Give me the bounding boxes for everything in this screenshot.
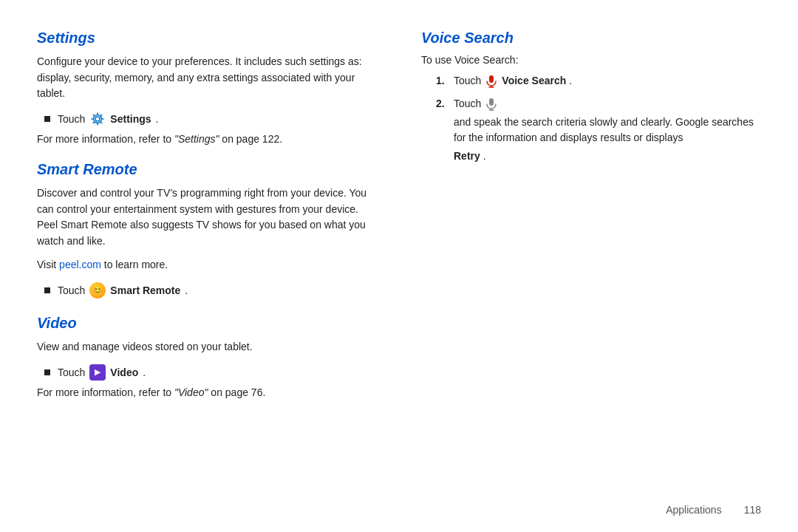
- mic-red-icon: [484, 74, 499, 89]
- video-title: Video: [37, 315, 377, 332]
- smart-remote-body: Discover and control your TV’s programmi…: [37, 185, 377, 250]
- step-1-num: 1.: [436, 73, 448, 89]
- step-2-touch: Touch: [454, 96, 481, 112]
- settings-body: Configure your device to your preference…: [37, 54, 377, 102]
- video-bullet-touch: Touch: [58, 366, 85, 378]
- peel-link[interactable]: peel.com: [59, 259, 101, 270]
- video-bullet: Touch Video .: [37, 364, 377, 381]
- left-column: Settings Configure your device to your p…: [37, 30, 377, 502]
- step-1-content: Touch Voice Search .: [454, 73, 572, 89]
- step-2-retry: Retry: [454, 149, 480, 164]
- footer-page: 118: [744, 504, 761, 516]
- settings-bullet-touch: Touch: [58, 113, 85, 125]
- smart-remote-bullet-touch: Touch: [58, 284, 85, 296]
- bullet-square-icon-2: [44, 287, 50, 293]
- video-section: Video View and manage videos stored on y…: [37, 315, 377, 398]
- mic-gray-icon: [484, 97, 499, 112]
- smart-remote-visit: Visit peel.com to learn more.: [37, 259, 377, 270]
- settings-title: Settings: [37, 30, 377, 47]
- smart-remote-bullet-label: Smart Remote: [110, 284, 180, 296]
- svg-point-1: [94, 115, 102, 123]
- voice-search-step-2: 2. Touch and speak the search criteria s…: [436, 96, 761, 164]
- video-bullet-label: Video: [110, 366, 138, 378]
- step-2-content: Touch and speak the search criteria slow…: [454, 96, 761, 164]
- step-2-num: 2.: [436, 96, 448, 112]
- settings-ref: For more information, refer to "Settings…: [37, 133, 377, 145]
- page-footer: Applications 118: [666, 504, 761, 516]
- settings-gear-icon: [89, 111, 106, 127]
- svg-rect-5: [489, 98, 494, 106]
- settings-bullet-label: Settings: [110, 113, 151, 125]
- settings-bullet: Touch Settings .: [37, 111, 377, 127]
- voice-search-section: Voice Search To use Voice Search: 1. Tou…: [421, 30, 761, 164]
- voice-search-intro: To use Voice Search:: [421, 54, 761, 66]
- right-column: Voice Search To use Voice Search: 1. Tou…: [421, 30, 761, 502]
- voice-search-steps: 1. Touch Voice Search .: [436, 73, 761, 164]
- video-ref: For more information, refer to "Video" o…: [37, 386, 377, 398]
- smart-remote-icon: 😊: [89, 282, 106, 299]
- smart-remote-title: Smart Remote: [37, 161, 377, 178]
- video-body: View and manage videos stored on your ta…: [37, 339, 377, 355]
- settings-section: Settings Configure your device to your p…: [37, 30, 377, 145]
- voice-search-step-1: 1. Touch Voice Search .: [436, 73, 761, 89]
- bullet-square-icon: [44, 116, 50, 122]
- voice-search-title: Voice Search: [421, 30, 761, 47]
- svg-rect-2: [489, 75, 494, 83]
- smart-remote-section: Smart Remote Discover and control your T…: [37, 161, 377, 299]
- step-2-text: and speak the search criteria slowly and…: [454, 115, 761, 146]
- svg-point-0: [95, 117, 100, 121]
- video-icon: [89, 364, 106, 381]
- step-1-touch: Touch: [454, 73, 481, 89]
- step-1-label: Voice Search: [502, 73, 566, 89]
- bullet-square-icon-3: [44, 369, 50, 375]
- smart-remote-bullet: Touch 😊 Smart Remote .: [37, 282, 377, 299]
- footer-label: Applications: [666, 504, 722, 516]
